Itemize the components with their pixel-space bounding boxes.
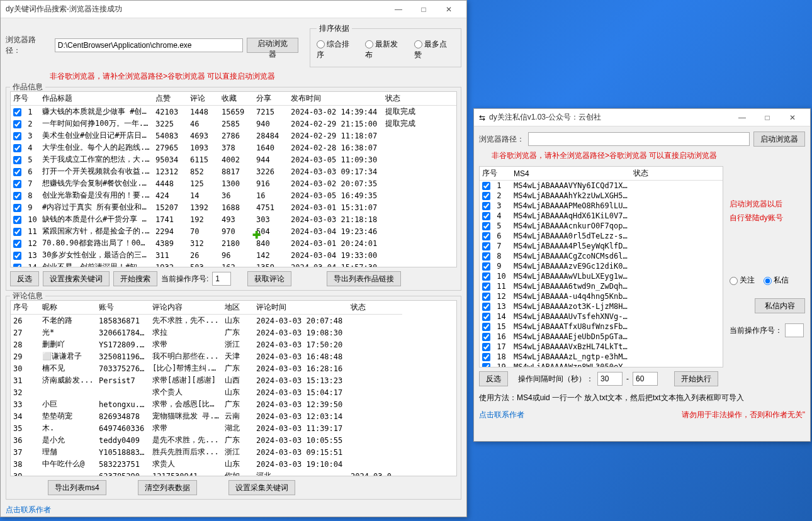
column-header[interactable]: 作品标题 [40,92,153,106]
table-row[interactable]: 39623785290411217530941你如果事情都不...河北2024-… [11,470,456,476]
row-checkbox[interactable] [13,108,21,116]
browser-path-input[interactable] [55,38,243,52]
table-row[interactable]: 3美术生创业#创业日记#开店日...5408346932786284842024… [11,130,456,142]
column-header[interactable]: 评论内容 [150,301,222,315]
table-row[interactable]: 11紧跟国家方针，都是捡金子的...2294709705042024-03-04… [11,225,456,237]
set-collect-keyword-button[interactable]: 设置采集关键词 [228,480,295,495]
row-checkbox[interactable] [13,132,21,140]
column-header[interactable]: 评论时间 [254,301,348,315]
sort-option-3[interactable]: 最多点赞 [414,39,454,60]
row-checkbox[interactable] [482,323,490,331]
start-search-button[interactable]: 开始搜索 [113,271,157,286]
table-row[interactable]: 34垫垫萌宠826934878宠物猫咪批发 寻...云南2024-03-03 1… [11,410,456,422]
table-row[interactable]: 8创业光靠勤奋是没有用的！要...4241436162024-03-05 16:… [11,189,456,201]
launch-browser-button[interactable]: 启动浏览器 [247,38,298,53]
table-row[interactable]: 9#内容过于真实 所有要创业和...152071392168847512024-… [11,201,456,213]
table-row[interactable]: 13MS4wLjABAAAAzot3K-LjzM8H_P... [480,301,723,311]
column-header[interactable]: 收藏 [219,92,254,106]
row-checkbox[interactable] [482,303,490,311]
row-checkbox[interactable] [13,120,21,128]
row-checkbox[interactable] [13,168,21,176]
table-row[interactable]: 1330多岁女性创业，最适合的三...31126961422024-03-04 … [11,249,456,261]
launch-browser-button[interactable]: 启动浏览器 [753,132,805,147]
row-checkbox[interactable] [482,313,490,321]
row-checkbox[interactable] [13,204,21,212]
row-checkbox[interactable] [13,180,21,188]
table-row[interactable]: 11MS4wLjABAAAA6twd9n_ZwDqhij... [480,281,723,291]
table-row[interactable]: 9MS4wLjABAAAAzvE9Gc12diK00x... [480,261,723,271]
table-row[interactable]: 17MS4wLjABAAAAVxBzHL74LkTtrE... [480,342,723,352]
table-row[interactable]: 36是小允teddy0409是先不求胜，先...广东2024-03-03 10:… [11,434,456,446]
table-row[interactable]: 18MS4wLjABAAAAzL_ngtp-e3hMm4... [480,352,723,362]
export-links-button[interactable]: 导出列表作品链接 [327,271,401,286]
titlebar[interactable]: dy关键词作品搜索-浏览器连接成功 — □ ✕ [1,1,466,18]
row-checkbox[interactable] [482,252,490,260]
row-checkbox[interactable] [482,353,490,361]
table-row[interactable]: 4大学生创业。每个人的起跑线...27965109337816402024-02… [11,142,456,154]
row-checkbox[interactable] [482,283,490,291]
dm-content-button[interactable]: 私信内容 [755,298,805,313]
row-checkbox[interactable] [13,240,21,248]
row-checkbox[interactable] [482,242,490,250]
table-row[interactable]: 31济南威龄发...Persist7求带[感谢][感谢]山西2024-03-03… [11,374,456,386]
row-checkbox[interactable] [13,192,21,200]
interval-min-input[interactable] [597,372,623,386]
dm-radio[interactable]: 私信 [764,275,789,286]
column-header[interactable]: 状态 [631,167,723,181]
row-checkbox[interactable] [482,343,490,351]
table-row[interactable]: 4MS4wLjABAAAAqHdX61KiL0V7LE... [480,211,723,221]
row-checkbox[interactable] [13,216,21,224]
table-row[interactable]: 5关于我成立工作室的想法，大...95034611540029442024-03… [11,154,456,165]
cur-seq-input[interactable] [785,323,804,337]
column-header[interactable]: 分享 [254,92,288,106]
table-row[interactable]: 29⬜谦谦君子32508119675我不明白那些在...天津2024-03-03… [11,350,456,362]
column-header[interactable]: 序号 [11,92,40,106]
row-checkbox[interactable] [13,144,21,152]
cur-seq-input[interactable] [212,272,231,286]
column-header[interactable]: MS4 [511,167,631,181]
row-checkbox[interactable] [13,156,21,164]
table-row[interactable]: 6打开一个开关视频就会有收益...12312852881732262024-03… [11,165,456,177]
ms4-table-wrap[interactable]: 序号MS4状态 1MS4wLjABAAAAVYNy6ICQd71X-n... 2… [479,166,723,367]
row-checkbox[interactable] [482,192,490,200]
close-button[interactable]: ✕ [436,1,461,18]
table-row[interactable]: 1MS4wLjABAAAAVYNy6ICQd71X-n... [480,181,723,191]
table-row[interactable]: 2MS4wLjABAAAAhYk2zUwLXGH5BV... [480,191,723,201]
get-comments-button[interactable]: 获取评论 [247,271,291,286]
table-row[interactable]: 28删删吖YS172809...求带浙江2024-03-03 17:50:20 [11,339,456,350]
row-checkbox[interactable] [482,363,490,367]
maximize-button[interactable]: □ [755,109,780,126]
table-row[interactable]: 14MS4wLjABAAAAUvTsfehXNVg-7Z... [480,311,723,322]
table-row[interactable]: 16MS4wLjABAAAAEjeUbDn5pGTaTX... [480,332,723,342]
row-checkbox[interactable] [482,262,490,271]
table-row[interactable]: 3MS4wLjABAAAAPMeO8Rh69lLUnd... [480,201,723,211]
invert-select-button[interactable]: 反选 [10,271,39,286]
table-row[interactable]: 10MS4wLjABAAAAwVLbuLXEyg1w-x... [480,271,723,281]
table-row[interactable]: 6MS4wLjABAAAA0rl5dTeLzz-sey... [480,231,723,241]
column-header[interactable]: 发布时间 [288,92,383,106]
row-checkbox[interactable] [482,272,490,281]
table-row[interactable]: 15MS4wLjABAAATfxU8ufWnzsFbe... [480,322,723,332]
table-row[interactable]: 12MS4wLjABAAAA-u4q4hng5Knb2h... [480,291,723,301]
sort-option-2[interactable]: 最新发布 [365,39,405,60]
row-checkbox[interactable] [482,232,490,240]
row-checkbox[interactable] [482,212,490,220]
sort-option-1[interactable]: 综合排序 [317,39,357,60]
row-checkbox[interactable] [482,202,490,210]
row-checkbox[interactable] [482,333,490,341]
table-row[interactable]: 8MS4wLjABAAAACgZcoNCMsd6lm... [480,251,723,261]
table-row[interactable]: 1赚大钱的本质就是少做事 #创...4210314481565972152024… [11,106,456,118]
table-row[interactable]: 35木.6497460336求带湖北2024-03-03 11:39:17 [11,422,456,434]
contact-author-link[interactable]: 点击联系作者 [479,410,524,420]
table-row[interactable]: 7MS4wLjABAAAA4Pl5eyWqKlfDQM... [480,241,723,251]
column-header[interactable]: 评论 [188,92,219,106]
table-row[interactable]: 30楠不见70337527691[比心]帮博主纠...广东2024-03-03 … [11,362,456,374]
table-row[interactable]: 10缺钱的本质是什么#干货分享 ...17411924933032024-03-… [11,213,456,225]
column-header[interactable]: 昵称 [40,301,96,315]
contact-author-link[interactable]: 点击联系作者 [6,505,461,515]
column-header[interactable]: 账号 [96,301,150,315]
interval-max-input[interactable] [633,372,658,386]
comments-table-wrap[interactable]: 序号昵称账号评论内容地区评论时间状态 26不老的路185836871先不求胜，先… [10,300,457,476]
column-header[interactable]: 地区 [222,301,254,315]
table-row[interactable]: 38中午吃什么@583223751求贵人山东2024-03-03 19:10:0… [11,458,456,470]
